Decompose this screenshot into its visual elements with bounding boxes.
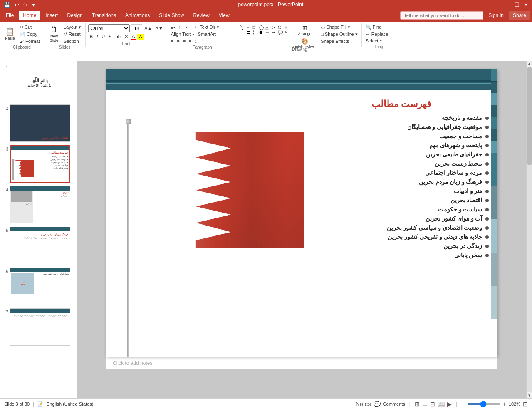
slideshow-btn[interactable]: ▶: [447, 401, 452, 407]
menu-animations[interactable]: Animations: [121, 11, 154, 20]
menu-design[interactable]: Design: [63, 11, 87, 20]
comments-icon[interactable]: 💬: [374, 401, 381, 407]
zoom-in-btn[interactable]: +: [503, 401, 506, 407]
slide-thumb-6[interactable]: 6 🏭 محتوای اسلاید ۶ در مورد اقتصاد بحرین: [2, 267, 75, 306]
font-group: Calibri A▲ A▼ B I U S ab ✕ A A Font: [86, 23, 167, 47]
menu-view[interactable]: View: [215, 11, 234, 20]
increase-indent-btn[interactable]: ⇥: [191, 24, 198, 30]
bullets-btn[interactable]: ≡•: [170, 25, 176, 30]
scroll-up-btn[interactable]: ▲: [527, 61, 532, 67]
redo-icon[interactable]: ↪: [22, 1, 29, 8]
language-label: English (United States): [47, 402, 94, 407]
signin-btn[interactable]: Sign in: [484, 11, 508, 20]
align-left-btn[interactable]: ≡: [170, 38, 175, 44]
reset-btn[interactable]: ↺ Reset: [62, 31, 83, 37]
scroll-down-btn[interactable]: ▼: [527, 393, 532, 398]
align-center-btn[interactable]: ≡: [176, 38, 181, 44]
shape-outline-btn[interactable]: □ Shape Outline ▾: [319, 31, 359, 37]
menu-insert[interactable]: Insert: [41, 11, 62, 20]
font-size-input[interactable]: [131, 24, 142, 32]
slide-header-bg: [106, 69, 497, 90]
reading-view-btn[interactable]: 📖: [438, 401, 445, 407]
close-icon[interactable]: ✕: [522, 1, 530, 8]
slide-canvas[interactable]: فهرست مطالب مقدمه و تاریخچه موقعیت جغراف…: [106, 69, 497, 357]
select-btn[interactable]: Select ~: [364, 38, 389, 44]
vertical-scrollbar[interactable]: ▲ ▼: [526, 61, 532, 398]
share-btn[interactable]: Share: [509, 11, 530, 20]
layout-btn[interactable]: Layout ▾: [62, 24, 83, 30]
outline-view-btn[interactable]: ☰: [422, 401, 428, 407]
italic-btn[interactable]: I: [95, 34, 99, 40]
slidesorter-view-btn[interactable]: ⊟: [430, 401, 435, 407]
slide-thumb-1[interactable]: 1 بِسۡمِ اللّٰهِ الرَّحۡمٰنِ الرَّحِيۡمِ: [2, 63, 75, 102]
flag-cloth: [129, 132, 304, 248]
font-color-btn[interactable]: A: [131, 33, 136, 40]
customize-qa-icon[interactable]: ▾: [31, 1, 36, 8]
zoom-slider[interactable]: [467, 403, 500, 405]
paste-btn[interactable]: 📋 Paste: [2, 27, 17, 41]
shadow-btn[interactable]: ab: [114, 34, 122, 40]
slide-img-6: 🏭 محتوای اسلاید ۶ در مورد اقتصاد بحرین: [10, 268, 70, 305]
bullet-11: [485, 208, 489, 211]
line-spacing-btn[interactable]: ↕: [193, 38, 198, 44]
slide-thumb-7[interactable]: 7 محتوای اسلاید ۷ محتوای اسلاید ۷ محتوای…: [2, 307, 75, 347]
align-text-btn[interactable]: Align Text ~: [170, 31, 196, 37]
font-shrink-btn[interactable]: A▼: [154, 25, 164, 31]
paragraph-label: Paragraph: [193, 45, 212, 50]
font-color-fill-btn[interactable]: A: [137, 34, 144, 40]
paragraph-group: ≡• 1. ⇤ ⇥ Text Dir ▾ Align Text ~ SmartA…: [167, 23, 238, 47]
text-direction-btn[interactable]: Text Dir ▾: [198, 24, 220, 30]
statusbar: Slide 3 of 30 | 📝 English (United States…: [0, 398, 532, 409]
slide-thumb-5[interactable]: 5 فرهنگ و زبان مردم بحرین متن توضیحات در…: [2, 226, 75, 265]
slide-thumb-2[interactable]: 2 آشنایی با کشور بحرین: [2, 104, 75, 143]
numbering-btn[interactable]: 1.: [177, 25, 183, 30]
notes-btn[interactable]: Notes: [356, 401, 371, 407]
menu-file[interactable]: File: [2, 11, 18, 20]
clear-format-btn[interactable]: ✕: [123, 34, 129, 40]
scroll-track[interactable]: [527, 67, 532, 392]
notes-placeholder[interactable]: Click to add notes: [106, 357, 497, 369]
section-btn[interactable]: Section -: [62, 38, 83, 44]
decrease-indent-btn[interactable]: ⇤: [184, 24, 191, 30]
font-grow-btn[interactable]: A▲: [143, 25, 153, 31]
font-family-select[interactable]: Calibri: [88, 24, 130, 32]
replace-btn[interactable]: ↔ Replace: [364, 31, 389, 37]
scroll-thumb[interactable]: [527, 67, 532, 165]
bullet-5: [485, 153, 489, 156]
tell-me-input[interactable]: [400, 11, 483, 20]
menu-home[interactable]: Home: [19, 11, 40, 20]
slide-thumb-3[interactable]: 3 فهرست مطالب • مقدمه و تاریخچه • موقعیت…: [2, 144, 75, 183]
smartart-btn[interactable]: SmartArt: [197, 31, 217, 37]
menu-transitions[interactable]: Transitions: [88, 11, 120, 20]
menu-review[interactable]: Review: [189, 11, 213, 20]
shape-effects-btn[interactable]: Shape Effects: [319, 38, 359, 44]
normal-view-btn[interactable]: ⊞: [415, 401, 420, 407]
zoom-out-btn[interactable]: −: [461, 401, 464, 407]
arrange-btn[interactable]: ⊞ Arrange: [292, 24, 318, 37]
zoom-level: 102%: [509, 402, 520, 407]
bold-btn[interactable]: B: [88, 34, 94, 40]
save-icon[interactable]: 💾: [2, 1, 12, 8]
format-painter-btn[interactable]: 🖌 Format: [18, 38, 41, 44]
toc-title: فهرست مطالب: [314, 99, 489, 109]
toc-item-15: زندگی در بحرین: [314, 243, 489, 250]
underline-btn[interactable]: U: [100, 34, 106, 40]
align-right-btn[interactable]: ≡: [182, 38, 187, 44]
find-btn[interactable]: 🔍 Find: [364, 24, 389, 30]
copy-btn[interactable]: 📄 Copy: [18, 31, 41, 37]
shape-fill-btn[interactable]: ▭ Shape Fill ▾: [319, 24, 359, 30]
slide-thumb-4[interactable]: 4 نص عربي العنوان محتوى النص هنا: [2, 185, 75, 224]
minimize-icon[interactable]: ─: [505, 1, 512, 8]
undo-icon[interactable]: ↩: [13, 1, 20, 8]
menu-slideshow[interactable]: Slide Show: [155, 11, 188, 20]
justify-btn[interactable]: ≡: [188, 38, 193, 44]
toc-list: مقدمه و تاریخچه موقعیت جغرافیایی و همسای…: [314, 114, 489, 259]
strikethrough-btn[interactable]: S: [107, 34, 113, 40]
columns-btn[interactable]: ⋮: [199, 38, 206, 44]
cut-btn[interactable]: ✂ Cut: [18, 24, 41, 30]
new-slide-btn[interactable]: 🗒 NewSlide: [47, 25, 62, 43]
maximize-icon[interactable]: ☐: [513, 1, 521, 8]
bullet-3: [485, 135, 489, 138]
bullet-2: [485, 126, 489, 129]
fit-to-window-btn[interactable]: ⊡: [523, 401, 528, 407]
